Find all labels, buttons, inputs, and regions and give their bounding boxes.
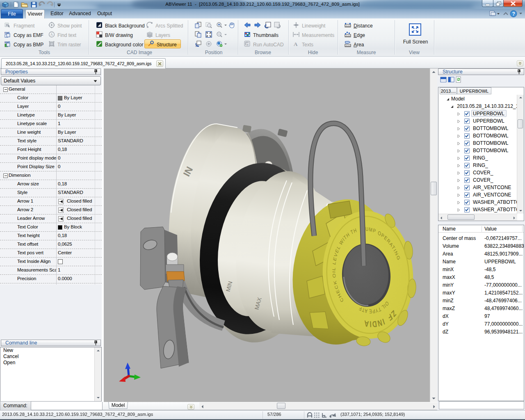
svg-text:35°: 35° [195, 44, 200, 47]
svg-text:?: ? [512, 11, 515, 17]
svg-text:a: a [247, 43, 249, 46]
svg-text:A: A [50, 32, 53, 37]
svg-text:A: A [294, 41, 298, 47]
